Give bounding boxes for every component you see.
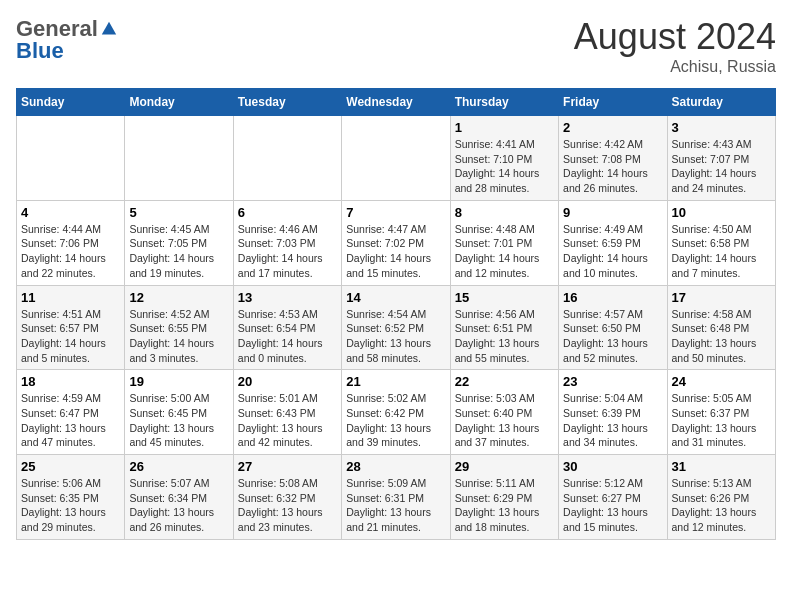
calendar-cell: 12Sunrise: 4:52 AMSunset: 6:55 PMDayligh…	[125, 285, 233, 370]
calendar-cell: 6Sunrise: 4:46 AMSunset: 7:03 PMDaylight…	[233, 200, 341, 285]
day-number: 5	[129, 205, 228, 220]
calendar-cell: 31Sunrise: 5:13 AMSunset: 6:26 PMDayligh…	[667, 455, 775, 540]
calendar-cell	[233, 116, 341, 201]
calendar-cell: 7Sunrise: 4:47 AMSunset: 7:02 PMDaylight…	[342, 200, 450, 285]
weekday-saturday: Saturday	[667, 89, 775, 116]
day-info: Sunrise: 5:02 AMSunset: 6:42 PMDaylight:…	[346, 391, 445, 450]
day-number: 18	[21, 374, 120, 389]
calendar-cell: 8Sunrise: 4:48 AMSunset: 7:01 PMDaylight…	[450, 200, 558, 285]
day-info: Sunrise: 4:41 AMSunset: 7:10 PMDaylight:…	[455, 137, 554, 196]
calendar-cell: 22Sunrise: 5:03 AMSunset: 6:40 PMDayligh…	[450, 370, 558, 455]
day-info: Sunrise: 5:00 AMSunset: 6:45 PMDaylight:…	[129, 391, 228, 450]
calendar-week-1: 1Sunrise: 4:41 AMSunset: 7:10 PMDaylight…	[17, 116, 776, 201]
day-info: Sunrise: 5:01 AMSunset: 6:43 PMDaylight:…	[238, 391, 337, 450]
day-info: Sunrise: 4:48 AMSunset: 7:01 PMDaylight:…	[455, 222, 554, 281]
weekday-tuesday: Tuesday	[233, 89, 341, 116]
calendar-cell: 14Sunrise: 4:54 AMSunset: 6:52 PMDayligh…	[342, 285, 450, 370]
day-info: Sunrise: 4:45 AMSunset: 7:05 PMDaylight:…	[129, 222, 228, 281]
day-info: Sunrise: 4:53 AMSunset: 6:54 PMDaylight:…	[238, 307, 337, 366]
weekday-sunday: Sunday	[17, 89, 125, 116]
calendar-cell: 16Sunrise: 4:57 AMSunset: 6:50 PMDayligh…	[559, 285, 667, 370]
calendar-cell: 2Sunrise: 4:42 AMSunset: 7:08 PMDaylight…	[559, 116, 667, 201]
weekday-header-row: SundayMondayTuesdayWednesdayThursdayFrid…	[17, 89, 776, 116]
day-number: 30	[563, 459, 662, 474]
day-number: 7	[346, 205, 445, 220]
day-info: Sunrise: 4:56 AMSunset: 6:51 PMDaylight:…	[455, 307, 554, 366]
day-info: Sunrise: 4:52 AMSunset: 6:55 PMDaylight:…	[129, 307, 228, 366]
day-info: Sunrise: 5:03 AMSunset: 6:40 PMDaylight:…	[455, 391, 554, 450]
day-info: Sunrise: 4:46 AMSunset: 7:03 PMDaylight:…	[238, 222, 337, 281]
day-number: 27	[238, 459, 337, 474]
calendar-week-2: 4Sunrise: 4:44 AMSunset: 7:06 PMDaylight…	[17, 200, 776, 285]
day-info: Sunrise: 4:54 AMSunset: 6:52 PMDaylight:…	[346, 307, 445, 366]
day-number: 13	[238, 290, 337, 305]
day-number: 15	[455, 290, 554, 305]
day-number: 2	[563, 120, 662, 135]
day-info: Sunrise: 5:13 AMSunset: 6:26 PMDaylight:…	[672, 476, 771, 535]
day-number: 24	[672, 374, 771, 389]
calendar-cell: 24Sunrise: 5:05 AMSunset: 6:37 PMDayligh…	[667, 370, 775, 455]
calendar-cell: 15Sunrise: 4:56 AMSunset: 6:51 PMDayligh…	[450, 285, 558, 370]
day-number: 3	[672, 120, 771, 135]
logo-icon	[100, 20, 118, 38]
day-info: Sunrise: 4:43 AMSunset: 7:07 PMDaylight:…	[672, 137, 771, 196]
day-info: Sunrise: 5:08 AMSunset: 6:32 PMDaylight:…	[238, 476, 337, 535]
calendar-cell: 18Sunrise: 4:59 AMSunset: 6:47 PMDayligh…	[17, 370, 125, 455]
calendar-week-5: 25Sunrise: 5:06 AMSunset: 6:35 PMDayligh…	[17, 455, 776, 540]
calendar-cell: 13Sunrise: 4:53 AMSunset: 6:54 PMDayligh…	[233, 285, 341, 370]
logo: General Blue	[16, 16, 118, 64]
calendar-cell: 19Sunrise: 5:00 AMSunset: 6:45 PMDayligh…	[125, 370, 233, 455]
calendar-cell: 4Sunrise: 4:44 AMSunset: 7:06 PMDaylight…	[17, 200, 125, 285]
logo-blue: Blue	[16, 38, 64, 63]
day-number: 25	[21, 459, 120, 474]
day-number: 29	[455, 459, 554, 474]
calendar-cell: 5Sunrise: 4:45 AMSunset: 7:05 PMDaylight…	[125, 200, 233, 285]
calendar-cell: 10Sunrise: 4:50 AMSunset: 6:58 PMDayligh…	[667, 200, 775, 285]
calendar-cell: 1Sunrise: 4:41 AMSunset: 7:10 PMDaylight…	[450, 116, 558, 201]
day-info: Sunrise: 5:04 AMSunset: 6:39 PMDaylight:…	[563, 391, 662, 450]
day-number: 28	[346, 459, 445, 474]
calendar-week-4: 18Sunrise: 4:59 AMSunset: 6:47 PMDayligh…	[17, 370, 776, 455]
calendar-table: SundayMondayTuesdayWednesdayThursdayFrid…	[16, 88, 776, 540]
day-number: 1	[455, 120, 554, 135]
day-info: Sunrise: 4:42 AMSunset: 7:08 PMDaylight:…	[563, 137, 662, 196]
day-number: 22	[455, 374, 554, 389]
day-number: 12	[129, 290, 228, 305]
day-number: 16	[563, 290, 662, 305]
day-number: 9	[563, 205, 662, 220]
day-number: 14	[346, 290, 445, 305]
day-number: 31	[672, 459, 771, 474]
calendar-cell: 30Sunrise: 5:12 AMSunset: 6:27 PMDayligh…	[559, 455, 667, 540]
day-info: Sunrise: 5:06 AMSunset: 6:35 PMDaylight:…	[21, 476, 120, 535]
day-info: Sunrise: 5:11 AMSunset: 6:29 PMDaylight:…	[455, 476, 554, 535]
weekday-friday: Friday	[559, 89, 667, 116]
calendar-cell	[342, 116, 450, 201]
calendar-cell: 21Sunrise: 5:02 AMSunset: 6:42 PMDayligh…	[342, 370, 450, 455]
day-info: Sunrise: 5:09 AMSunset: 6:31 PMDaylight:…	[346, 476, 445, 535]
calendar-cell: 17Sunrise: 4:58 AMSunset: 6:48 PMDayligh…	[667, 285, 775, 370]
calendar-cell: 26Sunrise: 5:07 AMSunset: 6:34 PMDayligh…	[125, 455, 233, 540]
day-number: 19	[129, 374, 228, 389]
calendar-cell: 3Sunrise: 4:43 AMSunset: 7:07 PMDaylight…	[667, 116, 775, 201]
day-number: 8	[455, 205, 554, 220]
day-number: 10	[672, 205, 771, 220]
day-info: Sunrise: 4:44 AMSunset: 7:06 PMDaylight:…	[21, 222, 120, 281]
day-number: 17	[672, 290, 771, 305]
calendar-cell: 9Sunrise: 4:49 AMSunset: 6:59 PMDaylight…	[559, 200, 667, 285]
calendar-week-3: 11Sunrise: 4:51 AMSunset: 6:57 PMDayligh…	[17, 285, 776, 370]
weekday-thursday: Thursday	[450, 89, 558, 116]
day-number: 21	[346, 374, 445, 389]
calendar-cell: 29Sunrise: 5:11 AMSunset: 6:29 PMDayligh…	[450, 455, 558, 540]
calendar-cell: 28Sunrise: 5:09 AMSunset: 6:31 PMDayligh…	[342, 455, 450, 540]
day-number: 4	[21, 205, 120, 220]
day-info: Sunrise: 4:59 AMSunset: 6:47 PMDaylight:…	[21, 391, 120, 450]
calendar-cell: 23Sunrise: 5:04 AMSunset: 6:39 PMDayligh…	[559, 370, 667, 455]
day-number: 11	[21, 290, 120, 305]
day-info: Sunrise: 5:07 AMSunset: 6:34 PMDaylight:…	[129, 476, 228, 535]
month-year: August 2024	[574, 16, 776, 58]
day-info: Sunrise: 5:05 AMSunset: 6:37 PMDaylight:…	[672, 391, 771, 450]
svg-marker-0	[102, 22, 116, 35]
day-info: Sunrise: 4:49 AMSunset: 6:59 PMDaylight:…	[563, 222, 662, 281]
day-info: Sunrise: 5:12 AMSunset: 6:27 PMDaylight:…	[563, 476, 662, 535]
calendar-cell: 27Sunrise: 5:08 AMSunset: 6:32 PMDayligh…	[233, 455, 341, 540]
